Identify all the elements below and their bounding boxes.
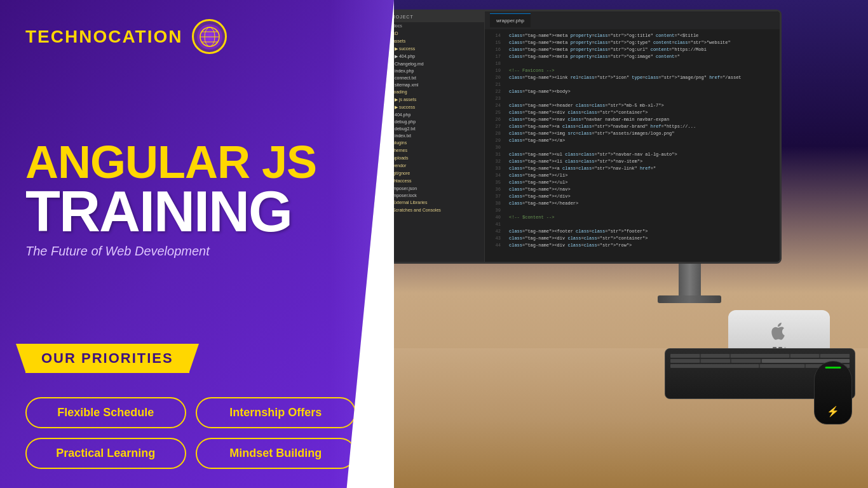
page-container: TECHNOCATION ANGULAR JS TRAINING The [0, 0, 868, 488]
hero-subtitle: The Future of Web Development [25, 244, 369, 259]
file-tree-item: ▶ docs [394, 22, 484, 30]
practical-learning-button[interactable]: Practical Learning [25, 438, 186, 469]
logo-area: TECHNOCATION [25, 19, 369, 54]
file-explorer: PROJECT ▶ docs▶ xD▶ assets▶ success▶ 404… [394, 11, 485, 262]
file-tree-item: debug.php [394, 118, 484, 125]
file-tree-item: ▶ success [394, 104, 484, 111]
file-tree-item: ▶ assets [394, 37, 484, 45]
line-numbers: 14 15 16 17 18 19 20 21 22 23 24 25 26 2… [485, 29, 504, 262]
right-panel: PROJECT ▶ docs▶ xD▶ assets▶ success▶ 404… [394, 0, 868, 488]
file-tree-item: ▶ git/gnore [394, 170, 484, 177]
editor-content: 14 15 16 17 18 19 20 21 22 23 24 25 26 2… [485, 29, 780, 262]
file-tree-item: ▶ loading [394, 88, 484, 96]
file-tree-item: ▶ uploads [394, 154, 484, 162]
left-panel: TECHNOCATION ANGULAR JS TRAINING The [0, 0, 394, 488]
code-content: class="tag-name"><meta property=class="s… [504, 29, 780, 262]
monitor-assembly: PROJECT ▶ docs▶ xD▶ assets▶ success▶ 404… [394, 10, 826, 303]
file-tree-item: composer.json [394, 185, 484, 192]
hero-line2: TRAINING [25, 185, 369, 240]
logo-circle [192, 19, 227, 54]
file-tree-item: sitemap.xml [394, 81, 484, 88]
logo-icon [197, 24, 222, 50]
priorities-banner: OUR PRIORITIES [25, 344, 189, 373]
file-tree-item: ▶ success [394, 45, 484, 53]
mouse: ⚡ [814, 361, 858, 431]
priorities-section: OUR PRIORITIES Flexible Schedule Interns… [25, 344, 369, 469]
hero-line1: ANGULAR JS [25, 139, 369, 185]
file-tree-item: ▶ xD [394, 30, 484, 37]
file-tree-item: ▶ .htaccess [394, 177, 484, 185]
internship-offers-button[interactable]: Internship Offers [196, 397, 356, 428]
file-tree-item: index.txt [394, 132, 484, 139]
file-tree-item: ▶ External Libraries [394, 199, 484, 207]
monitor-screen: PROJECT ▶ docs▶ xD▶ assets▶ success▶ 404… [394, 10, 782, 264]
file-tree-item: ▶ 404.php [394, 53, 484, 60]
file-tree-item: connect.txt [394, 74, 484, 81]
priorities-label: OUR PRIORITIES [41, 350, 173, 367]
file-tree-item: ▶ themes [394, 147, 484, 154]
flexible-schedule-button[interactable]: Flexible Schedule [25, 397, 186, 428]
explorer-header: PROJECT [394, 11, 484, 22]
brand-name: TECHNOCATION [25, 27, 182, 47]
file-tree-item: ▶ vendor [394, 162, 484, 170]
editor-tabs: wrapper.php [485, 11, 780, 29]
monitor-stand [553, 264, 826, 303]
file-tree-item: ▶ js assets [394, 96, 484, 104]
file-tree-item: ▶ plugins [394, 139, 484, 147]
editor-tab-active: wrapper.php [490, 13, 531, 27]
file-tree-item: Changelog.md [394, 60, 484, 67]
apple-logo-icon [770, 322, 789, 344]
main-title-area: ANGULAR JS TRAINING The Future of Web De… [25, 67, 369, 331]
file-tree-item: 404.php [394, 111, 484, 118]
file-tree-item: index.php [394, 67, 484, 74]
file-tree-item: ▶ Scratches and Consoles [394, 207, 484, 214]
code-editor: wrapper.php 14 15 16 17 18 19 20 21 22 2… [485, 11, 780, 262]
desk-scene: PROJECT ▶ docs▶ xD▶ assets▶ success▶ 404… [394, 0, 868, 488]
file-tree-item: composer.lock [394, 192, 484, 199]
file-tree-item: debug2.txt [394, 125, 484, 132]
file-tree-container: ▶ docs▶ xD▶ assets▶ success▶ 404.phpChan… [394, 22, 484, 214]
priorities-grid: Flexible Schedule Internship Offers Prac… [25, 397, 356, 469]
mindset-building-button[interactable]: Mindset Building [196, 438, 356, 469]
